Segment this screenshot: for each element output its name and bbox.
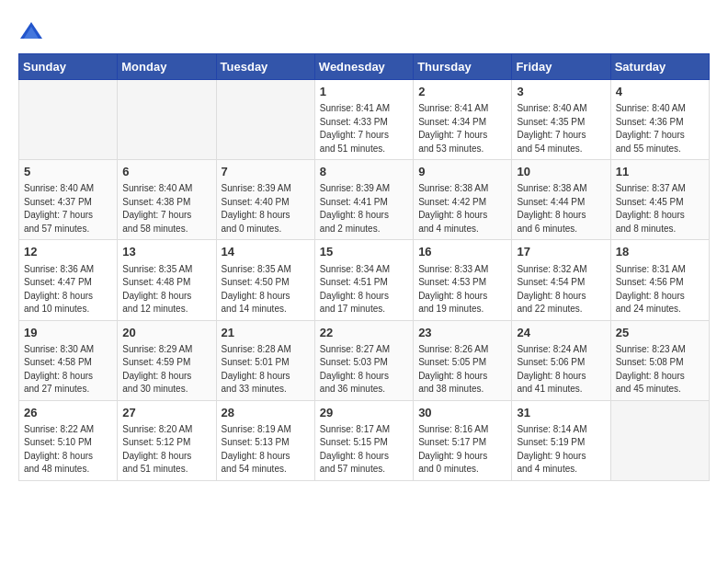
day-info: Sunrise: 8:41 AM Sunset: 4:34 PM Dayligh… xyxy=(418,102,506,155)
calendar-day-header: Sunday xyxy=(19,54,118,80)
table-row xyxy=(216,80,314,160)
day-info: Sunrise: 8:31 AM Sunset: 4:56 PM Dayligh… xyxy=(616,263,704,316)
logo-icon xyxy=(18,18,44,44)
table-row: 8Sunrise: 8:39 AM Sunset: 4:41 PM Daylig… xyxy=(314,160,413,240)
calendar-week-row: 19Sunrise: 8:30 AM Sunset: 4:58 PM Dayli… xyxy=(19,320,710,400)
day-number: 24 xyxy=(517,325,605,341)
day-info: Sunrise: 8:39 AM Sunset: 4:41 PM Dayligh… xyxy=(320,182,408,236)
day-info: Sunrise: 8:23 AM Sunset: 5:08 PM Dayligh… xyxy=(616,343,704,396)
table-row: 5Sunrise: 8:40 AM Sunset: 4:37 PM Daylig… xyxy=(19,160,118,240)
calendar-week-row: 5Sunrise: 8:40 AM Sunset: 4:37 PM Daylig… xyxy=(19,160,710,240)
day-info: Sunrise: 8:29 AM Sunset: 4:59 PM Dayligh… xyxy=(122,343,210,396)
day-info: Sunrise: 8:39 AM Sunset: 4:40 PM Dayligh… xyxy=(222,182,310,236)
table-row: 19Sunrise: 8:30 AM Sunset: 4:58 PM Dayli… xyxy=(19,320,118,400)
day-number: 20 xyxy=(122,325,210,341)
day-info: Sunrise: 8:35 AM Sunset: 4:50 PM Dayligh… xyxy=(222,263,310,316)
day-info: Sunrise: 8:36 AM Sunset: 4:47 PM Dayligh… xyxy=(24,263,112,316)
table-row: 9Sunrise: 8:38 AM Sunset: 4:42 PM Daylig… xyxy=(414,160,512,240)
day-info: Sunrise: 8:34 AM Sunset: 4:51 PM Dayligh… xyxy=(320,263,408,316)
day-number: 1 xyxy=(320,84,408,100)
table-row xyxy=(610,400,709,480)
day-info: Sunrise: 8:16 AM Sunset: 5:17 PM Dayligh… xyxy=(418,423,506,477)
calendar-day-header: Monday xyxy=(118,54,216,80)
logo xyxy=(18,18,48,44)
day-info: Sunrise: 8:40 AM Sunset: 4:36 PM Dayligh… xyxy=(616,102,704,155)
day-number: 25 xyxy=(616,325,704,341)
table-row: 23Sunrise: 8:26 AM Sunset: 5:05 PM Dayli… xyxy=(414,320,512,400)
day-number: 28 xyxy=(222,405,310,421)
day-info: Sunrise: 8:14 AM Sunset: 5:19 PM Dayligh… xyxy=(517,423,605,477)
table-row: 6Sunrise: 8:40 AM Sunset: 4:38 PM Daylig… xyxy=(118,160,216,240)
day-number: 11 xyxy=(616,164,704,180)
day-number: 22 xyxy=(320,325,408,341)
calendar-day-header: Friday xyxy=(512,54,610,80)
calendar-day-header: Saturday xyxy=(610,54,709,80)
calendar-week-row: 12Sunrise: 8:36 AM Sunset: 4:47 PM Dayli… xyxy=(19,240,710,320)
table-row: 12Sunrise: 8:36 AM Sunset: 4:47 PM Dayli… xyxy=(19,240,118,320)
day-number: 8 xyxy=(320,164,408,180)
day-info: Sunrise: 8:26 AM Sunset: 5:05 PM Dayligh… xyxy=(418,343,506,396)
day-number: 21 xyxy=(222,325,310,341)
table-row: 27Sunrise: 8:20 AM Sunset: 5:12 PM Dayli… xyxy=(118,400,216,480)
day-info: Sunrise: 8:37 AM Sunset: 4:45 PM Dayligh… xyxy=(616,182,704,236)
calendar-header-row: SundayMondayTuesdayWednesdayThursdayFrid… xyxy=(19,54,710,80)
day-number: 19 xyxy=(24,325,112,341)
calendar-day-header: Wednesday xyxy=(314,54,413,80)
day-number: 10 xyxy=(517,164,605,180)
calendar-day-header: Thursday xyxy=(414,54,512,80)
calendar-day-header: Tuesday xyxy=(216,54,314,80)
day-info: Sunrise: 8:40 AM Sunset: 4:38 PM Dayligh… xyxy=(122,182,210,236)
day-number: 15 xyxy=(320,244,408,260)
day-info: Sunrise: 8:19 AM Sunset: 5:13 PM Dayligh… xyxy=(222,423,310,477)
table-row: 7Sunrise: 8:39 AM Sunset: 4:40 PM Daylig… xyxy=(216,160,314,240)
table-row: 26Sunrise: 8:22 AM Sunset: 5:10 PM Dayli… xyxy=(19,400,118,480)
day-info: Sunrise: 8:35 AM Sunset: 4:48 PM Dayligh… xyxy=(122,263,210,316)
day-number: 6 xyxy=(122,164,210,180)
day-number: 17 xyxy=(517,244,605,260)
table-row: 4Sunrise: 8:40 AM Sunset: 4:36 PM Daylig… xyxy=(610,80,709,160)
day-info: Sunrise: 8:28 AM Sunset: 5:01 PM Dayligh… xyxy=(222,343,310,396)
day-number: 4 xyxy=(616,84,704,100)
day-number: 16 xyxy=(418,244,506,260)
day-number: 7 xyxy=(222,164,310,180)
day-info: Sunrise: 8:33 AM Sunset: 4:53 PM Dayligh… xyxy=(418,263,506,316)
table-row: 24Sunrise: 8:24 AM Sunset: 5:06 PM Dayli… xyxy=(512,320,610,400)
day-number: 26 xyxy=(24,405,112,421)
day-info: Sunrise: 8:41 AM Sunset: 4:33 PM Dayligh… xyxy=(320,102,408,155)
day-number: 30 xyxy=(418,405,506,421)
day-info: Sunrise: 8:17 AM Sunset: 5:15 PM Dayligh… xyxy=(320,423,408,477)
table-row: 31Sunrise: 8:14 AM Sunset: 5:19 PM Dayli… xyxy=(512,400,610,480)
day-info: Sunrise: 8:22 AM Sunset: 5:10 PM Dayligh… xyxy=(24,423,112,477)
day-number: 2 xyxy=(418,84,506,100)
table-row: 13Sunrise: 8:35 AM Sunset: 4:48 PM Dayli… xyxy=(118,240,216,320)
day-info: Sunrise: 8:27 AM Sunset: 5:03 PM Dayligh… xyxy=(320,343,408,396)
day-number: 13 xyxy=(122,244,210,260)
table-row: 22Sunrise: 8:27 AM Sunset: 5:03 PM Dayli… xyxy=(314,320,413,400)
day-number: 3 xyxy=(517,84,605,100)
day-number: 27 xyxy=(122,405,210,421)
table-row: 28Sunrise: 8:19 AM Sunset: 5:13 PM Dayli… xyxy=(216,400,314,480)
table-row: 17Sunrise: 8:32 AM Sunset: 4:54 PM Dayli… xyxy=(512,240,610,320)
day-info: Sunrise: 8:40 AM Sunset: 4:37 PM Dayligh… xyxy=(24,182,112,236)
table-row: 29Sunrise: 8:17 AM Sunset: 5:15 PM Dayli… xyxy=(314,400,413,480)
calendar-table: SundayMondayTuesdayWednesdayThursdayFrid… xyxy=(18,53,710,481)
table-row: 21Sunrise: 8:28 AM Sunset: 5:01 PM Dayli… xyxy=(216,320,314,400)
day-number: 14 xyxy=(222,244,310,260)
day-info: Sunrise: 8:38 AM Sunset: 4:42 PM Dayligh… xyxy=(418,182,506,236)
day-number: 18 xyxy=(616,244,704,260)
day-info: Sunrise: 8:24 AM Sunset: 5:06 PM Dayligh… xyxy=(517,343,605,396)
table-row xyxy=(118,80,216,160)
day-number: 23 xyxy=(418,325,506,341)
table-row: 2Sunrise: 8:41 AM Sunset: 4:34 PM Daylig… xyxy=(414,80,512,160)
day-info: Sunrise: 8:40 AM Sunset: 4:35 PM Dayligh… xyxy=(517,102,605,155)
table-row: 14Sunrise: 8:35 AM Sunset: 4:50 PM Dayli… xyxy=(216,240,314,320)
table-row: 18Sunrise: 8:31 AM Sunset: 4:56 PM Dayli… xyxy=(610,240,709,320)
day-info: Sunrise: 8:38 AM Sunset: 4:44 PM Dayligh… xyxy=(517,182,605,236)
table-row: 10Sunrise: 8:38 AM Sunset: 4:44 PM Dayli… xyxy=(512,160,610,240)
table-row: 20Sunrise: 8:29 AM Sunset: 4:59 PM Dayli… xyxy=(118,320,216,400)
table-row: 30Sunrise: 8:16 AM Sunset: 5:17 PM Dayli… xyxy=(414,400,512,480)
table-row: 25Sunrise: 8:23 AM Sunset: 5:08 PM Dayli… xyxy=(610,320,709,400)
day-number: 5 xyxy=(24,164,112,180)
day-info: Sunrise: 8:20 AM Sunset: 5:12 PM Dayligh… xyxy=(122,423,210,477)
day-number: 9 xyxy=(418,164,506,180)
